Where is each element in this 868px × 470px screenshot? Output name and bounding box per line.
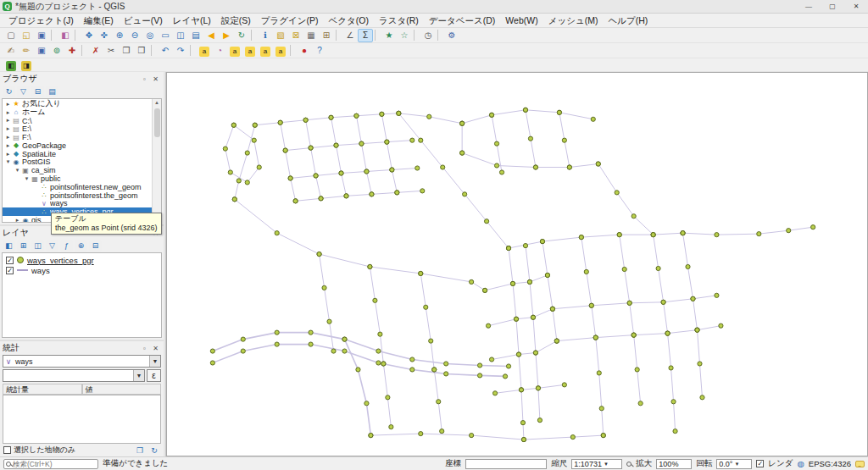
expander-icon[interactable]: ▸ [14, 217, 21, 222]
browser-scrollbar[interactable]: ▲ ▼ [152, 99, 161, 222]
expander-icon[interactable]: ▸ [4, 151, 12, 158]
browser-item-poi-the-geom[interactable]: ∴pointsofinterest.the_geom [3, 191, 152, 200]
expander-icon[interactable]: ▸ [4, 101, 12, 108]
remove-layer-icon[interactable]: ⊟ [89, 240, 102, 252]
delete-selected-icon[interactable]: ✗ [88, 44, 103, 58]
chevron-down-icon[interactable]: ▼ [734, 460, 739, 468]
browser-filter-icon[interactable]: ▽ [17, 86, 30, 97]
browser-float-icon[interactable]: ▫ [139, 74, 150, 84]
magnifier-input[interactable]: 100% [656, 459, 692, 469]
save-project-icon[interactable]: ▣ [34, 29, 49, 42]
menu-item[interactable]: レイヤ(L) [168, 14, 216, 28]
menu-item[interactable]: ベクタ(O) [324, 14, 374, 28]
messages-icon[interactable] [855, 461, 865, 467]
menu-item[interactable]: Web(W) [500, 14, 542, 28]
processing-toolbox-icon[interactable]: ⚙ [444, 29, 459, 42]
measure-line-icon[interactable]: ∠ [342, 29, 358, 42]
filter-legend-icon[interactable]: ▽ [46, 240, 58, 252]
menu-item[interactable]: ヘルプ(H) [603, 14, 653, 28]
browser-item-public[interactable]: ▾▦public [3, 174, 152, 183]
browser-item-poi-new-geom[interactable]: ∴pointsofinterest.new_geom [3, 183, 152, 191]
menu-item[interactable]: データベース(D) [424, 14, 501, 28]
menu-item[interactable]: 編集(E) [79, 14, 119, 28]
menu-item[interactable]: 設定(S) [216, 14, 256, 28]
copy-statistics-icon[interactable]: ❐ [134, 446, 146, 455]
expander-icon[interactable]: ▾ [4, 158, 12, 165]
highlight-pinned-labels-icon[interactable]: a [242, 44, 258, 58]
expander-icon[interactable]: ▸ [4, 117, 12, 124]
browser-refresh-icon[interactable]: ↻ [3, 86, 15, 97]
expander-icon[interactable]: ▸ [4, 142, 12, 149]
rotation-input[interactable]: 0.0°▼ [716, 459, 752, 469]
help-contents-icon[interactable]: ? [312, 44, 327, 58]
map-svg[interactable] [167, 73, 867, 456]
open-attribute-table-icon[interactable]: ▦ [303, 29, 319, 42]
deselect-features-icon[interactable]: ⊠ [288, 29, 303, 42]
refresh-map-icon[interactable]: ↻ [234, 29, 249, 42]
zoom-in-icon[interactable]: ⊕ [112, 29, 127, 42]
browser-item-spatialite[interactable]: ▸◆SpatiaLite [3, 150, 152, 158]
layer-visibility-checkbox[interactable]: ✓ [6, 257, 14, 264]
temporal-controller-icon[interactable]: ◷ [420, 29, 436, 42]
minimize-button[interactable]: — [797, 0, 821, 14]
plugin-icon-2-icon[interactable]: ◨ [19, 58, 34, 72]
open-project-icon[interactable]: ◱ [19, 29, 34, 42]
statistics-column-value[interactable]: 値 [82, 384, 162, 395]
show-bookmarks-icon[interactable]: ☆ [397, 29, 412, 42]
scale-combo[interactable]: 1:10731▼ [571, 459, 622, 469]
plugin-icon-1-icon[interactable]: ◧ [3, 58, 19, 72]
layer-labeling-icon[interactable]: a [197, 44, 212, 58]
scroll-thumb[interactable] [154, 108, 160, 137]
expander-icon[interactable]: ▸ [4, 109, 12, 116]
crs-status[interactable]: EPSG:4326 [809, 459, 851, 468]
new-project-icon[interactable]: ▢ [3, 29, 19, 42]
selected-features-only-checkbox[interactable] [3, 446, 11, 454]
scroll-up-icon[interactable]: ▲ [154, 99, 159, 107]
browser-item-drive-f[interactable]: ▸▤F:\ [3, 133, 152, 141]
search-input[interactable] [13, 460, 96, 468]
zoom-last-icon[interactable]: ◀ [203, 29, 219, 42]
zoom-to-layer-icon[interactable]: ▤ [188, 29, 203, 42]
move-label-icon[interactable]: a [258, 44, 273, 58]
filter-by-expression-icon[interactable]: ƒ [60, 240, 73, 252]
open-layer-styling-icon[interactable]: ◧ [3, 240, 15, 252]
toggle-editing-icon[interactable]: ✏ [19, 44, 34, 58]
statistics-column-stat[interactable]: 統計量 [3, 384, 82, 395]
statistics-field-combo[interactable]: ▼ [3, 369, 145, 382]
zoom-native-icon[interactable]: ◎ [142, 29, 158, 42]
undo-icon[interactable]: ↶ [158, 44, 173, 58]
combo-dropdown-icon[interactable]: ▼ [149, 356, 160, 367]
manage-map-themes-icon[interactable]: ◫ [31, 240, 44, 252]
browser-item-drive-c[interactable]: ▸▤C:\ [3, 117, 152, 125]
layer-visibility-checkbox[interactable]: ✓ [6, 267, 14, 274]
save-layer-edits-icon[interactable]: ▣ [34, 44, 49, 58]
pan-map-icon[interactable]: ✥ [81, 29, 97, 42]
maximize-button[interactable]: ▢ [821, 0, 844, 14]
combo-dropdown-icon[interactable]: ▼ [133, 370, 144, 381]
expander-icon[interactable]: ▸ [4, 134, 12, 141]
add-group-icon[interactable]: ⊞ [17, 240, 30, 252]
current-edits-icon[interactable]: ✍ [3, 44, 19, 58]
layer-item-ways[interactable]: ✓ways [3, 265, 161, 275]
locator-search[interactable] [3, 459, 98, 469]
statistics-close-icon[interactable]: ✕ [150, 343, 161, 353]
browser-item-home[interactable]: ▸⌂ホーム [3, 108, 152, 117]
close-button[interactable]: ✕ [844, 0, 868, 14]
statistical-summary-icon[interactable]: Σ [358, 29, 373, 42]
expand-all-icon[interactable]: ⊕ [75, 240, 87, 252]
browser-item-postgis[interactable]: ▾◉PostGIS [3, 158, 152, 167]
browser-close-icon[interactable]: ✕ [150, 74, 161, 84]
zoom-next-icon[interactable]: ▶ [219, 29, 234, 42]
copy-features-icon[interactable]: ❐ [119, 44, 134, 58]
layer-diagram-icon[interactable]: ◔ [212, 44, 227, 58]
coordinate-input[interactable] [465, 459, 547, 469]
browser-item-geopackage[interactable]: ▸◆GeoPackage [3, 141, 152, 150]
identify-features-icon[interactable]: ℹ [258, 29, 273, 42]
select-features-icon[interactable]: ▧ [273, 29, 288, 42]
zoom-to-selection-icon[interactable]: ◫ [173, 29, 188, 42]
field-calculator-icon[interactable]: ⊞ [319, 29, 334, 42]
menu-item[interactable]: メッシュ(M) [543, 14, 604, 28]
paste-features-icon[interactable]: ❒ [134, 44, 149, 58]
expander-icon[interactable]: ▾ [14, 167, 21, 174]
zoom-full-icon[interactable]: ▭ [158, 29, 173, 42]
